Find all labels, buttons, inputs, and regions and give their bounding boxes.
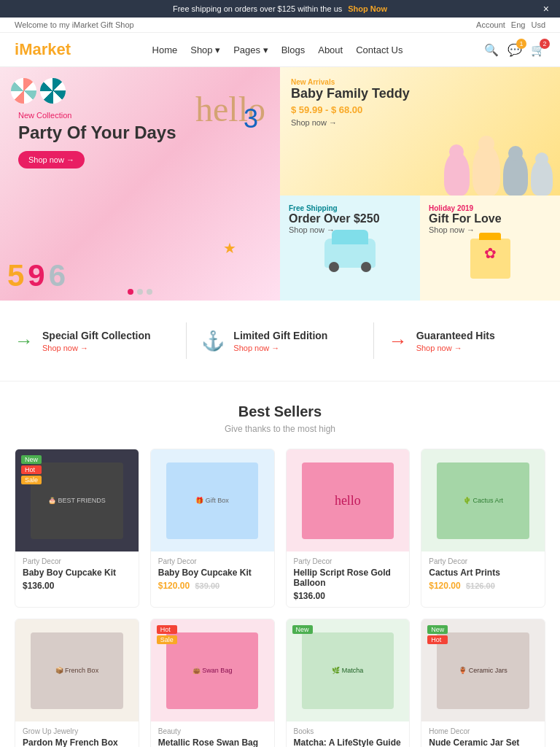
- feature-1-title: Special Gift Collection: [42, 330, 151, 341]
- product-name-3: Hellip Script Rose Gold Balloon: [294, 568, 402, 588]
- feature-3-icon: →: [389, 330, 408, 352]
- nav-contact[interactable]: Contact Us: [356, 44, 402, 55]
- balloon-6: 6: [49, 258, 66, 293]
- product-name-8: Nude Ceramic Jar Set: [429, 738, 537, 747]
- tag-new-7: New: [292, 625, 313, 634]
- feature-2: ⚓ Limited Gift Edition Shop now →: [201, 330, 358, 352]
- hero-right: New Arrivals Baby Family Teddy $ 59.99 -…: [280, 67, 560, 301]
- product-badges-7: New: [292, 625, 313, 634]
- product-img-2: 🎁 Gift Box: [151, 449, 274, 551]
- teddy-bears: [444, 144, 553, 196]
- wheel-1: [329, 262, 339, 272]
- banner-close[interactable]: ×: [543, 3, 549, 15]
- product-card-3[interactable]: hello Party Decor Hellip Script Rose Gol…: [286, 449, 411, 608]
- product-card-7[interactable]: 🌿 Matcha New Books Matcha: A LifeStyle G…: [286, 619, 411, 747]
- cart-badge: 2: [540, 39, 550, 49]
- nav-top-welcome: Welcome to my iMarket Gift Shop: [15, 20, 134, 29]
- hero-shop-button[interactable]: Shop now →: [18, 151, 85, 169]
- gift-illustration: ✿: [429, 239, 551, 279]
- logo-text: Market: [19, 40, 71, 58]
- new-arrivals-label: New Arrivals: [291, 78, 549, 86]
- car-illustration: [289, 239, 411, 268]
- hero-shipping-section: Free Shipping Order Over $250 Shop now →: [280, 196, 420, 301]
- product-info-6: Beauty Metallic Rose Swan Bag $120.00 $3…: [151, 721, 274, 747]
- teddy-shop-link[interactable]: Shop now →: [291, 118, 549, 127]
- wishlist-icon[interactable]: 💬 1: [508, 43, 522, 57]
- hero-gift-section: Holiday 2019 Gift For Love Shop now → ✿: [420, 196, 560, 301]
- star-decoration: ★: [223, 239, 236, 257]
- nav-pages[interactable]: Pages ▾: [233, 44, 268, 55]
- tag-new-1: New: [21, 455, 42, 464]
- top-banner: Free shipping on orders over $125 within…: [0, 0, 560, 18]
- teddy-1: [444, 152, 470, 196]
- product-card-4[interactable]: 🌵 Cactus Art Party Decor Cactus Art Prin…: [421, 449, 545, 608]
- product-info-3: Party Decor Hellip Script Rose Gold Ball…: [287, 551, 410, 607]
- cart-icon[interactable]: 🛒 2: [531, 43, 545, 57]
- nav-about[interactable]: About: [318, 44, 343, 55]
- features-row: → Special Gift Collection Shop now → ⚓ L…: [0, 301, 560, 382]
- hero-teddy-section: New Arrivals Baby Family Teddy $ 59.99 -…: [280, 67, 560, 196]
- product-cat-1: Party Decor: [23, 557, 131, 565]
- product-old-price-4: $126.00: [466, 581, 495, 590]
- dot-active[interactable]: [128, 289, 133, 295]
- teddy-head-1: [449, 144, 464, 159]
- product-cat-3: Party Decor: [294, 557, 402, 565]
- best-sellers-subtitle: Give thanks to the most high: [15, 424, 545, 434]
- product-placeholder-3: hello: [302, 462, 394, 539]
- tag-hot-6: Hot: [157, 625, 177, 634]
- dot-inactive-2[interactable]: [147, 289, 152, 295]
- hero-section: New Collection Party Of Your Days Shop n…: [0, 67, 560, 301]
- nav-shop[interactable]: Shop ▾: [190, 44, 220, 55]
- teddy-head-3: [508, 146, 523, 160]
- feature-2-shop[interactable]: Shop now →: [233, 344, 327, 352]
- nav-lang[interactable]: Eng: [511, 20, 526, 29]
- product-name-1: Baby Boy Cupcake Kit: [23, 568, 131, 578]
- banner-link[interactable]: Shop Now: [348, 4, 387, 13]
- product-placeholder-5: 📦 French Box: [31, 632, 123, 709]
- nav-top: Welcome to my iMarket Gift Shop Account …: [0, 18, 560, 33]
- search-icon[interactable]: 🔍: [484, 43, 499, 57]
- product-info-4: Party Decor Cactus Art Prints $120.00 $1…: [421, 551, 545, 597]
- dot-inactive-1[interactable]: [137, 289, 143, 295]
- hero-left: New Collection Party Of Your Days Shop n…: [0, 67, 280, 301]
- teddy-price: $ 59.99 - $ 68.00: [291, 104, 549, 115]
- feature-2-title: Limited Gift Edition: [233, 330, 327, 341]
- feature-3-shop[interactable]: Shop now →: [416, 344, 495, 352]
- teddy-title: Baby Family Teddy: [291, 86, 549, 101]
- car-body: [324, 239, 376, 268]
- car-top: [332, 230, 368, 244]
- logo: iMarket: [15, 40, 71, 59]
- balloon-9: 9: [28, 258, 44, 293]
- product-placeholder-7: 🌿 Matcha: [302, 632, 394, 709]
- banner-text: Free shipping on orders over $125 within…: [173, 4, 342, 13]
- product-badges-6: Hot Sale: [157, 625, 177, 644]
- balloon-3: 3: [244, 104, 258, 134]
- nav-currency[interactable]: Usd: [531, 20, 545, 29]
- feature-1-shop[interactable]: Shop now →: [42, 344, 151, 352]
- nav-blogs[interactable]: Blogs: [281, 44, 306, 55]
- nav-home[interactable]: Home: [152, 44, 178, 55]
- product-card-6[interactable]: 👜 Swan Bag Hot Sale Beauty Metallic Rose…: [150, 619, 275, 747]
- hero-bottom: Free Shipping Order Over $250 Shop now →…: [280, 196, 560, 301]
- feature-3-text: Guaranteed Hits Shop now →: [416, 330, 495, 352]
- teddy-head-2: [478, 136, 494, 152]
- product-name-2: Baby Boy Cupcake Kit: [158, 568, 267, 578]
- product-price-1: $136.00: [23, 581, 131, 591]
- nav-account[interactable]: Account: [476, 20, 505, 29]
- teddy-2: [472, 144, 500, 196]
- product-card-8[interactable]: 🏺 Ceramic Jars New Hot Home Decor Nude C…: [421, 619, 545, 747]
- product-card-5[interactable]: 📦 French Box Grow Up Jewelry Pardon My F…: [15, 619, 139, 747]
- flower-decoration: ✿: [484, 244, 497, 262]
- product-badges-8: New Hot: [427, 625, 448, 644]
- product-placeholder-6: 👜 Swan Bag: [166, 632, 259, 709]
- fan-1: [11, 78, 36, 104]
- product-placeholder-2: 🎁 Gift Box: [166, 462, 259, 539]
- product-new-price-2: $120.00: [158, 581, 190, 591]
- feature-2-text: Limited Gift Edition Shop now →: [233, 330, 327, 352]
- order-title: Order Over $250: [289, 212, 411, 225]
- slide-dots: [128, 289, 152, 295]
- feature-3-title: Guaranteed Hits: [416, 330, 495, 341]
- product-card-2[interactable]: 🎁 Gift Box Party Decor Baby Boy Cupcake …: [150, 449, 275, 608]
- product-card-1[interactable]: 🎂 BEST FRIENDS New Hot Sale Party Decor …: [15, 449, 139, 608]
- best-sellers-section: Best Sellers Give thanks to the most hig…: [0, 382, 560, 747]
